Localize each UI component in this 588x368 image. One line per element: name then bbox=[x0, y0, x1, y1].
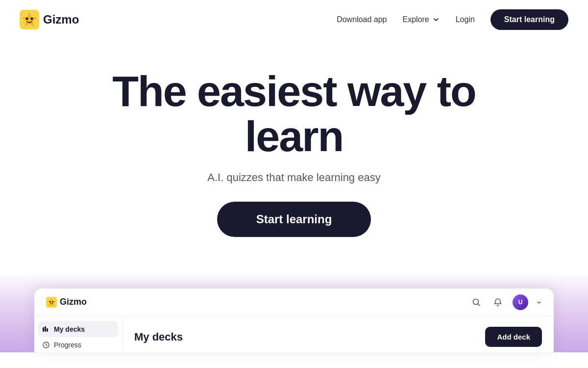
my-decks-icon bbox=[42, 325, 50, 333]
progress-icon bbox=[42, 341, 50, 349]
sidebar-item-my-decks[interactable]: My decks bbox=[38, 321, 118, 337]
start-learning-hero-button[interactable]: Start learning bbox=[217, 202, 371, 237]
app-window-icons: U bbox=[469, 294, 542, 310]
app-main-area: My decks Add deck bbox=[122, 316, 554, 352]
app-window-bar: Gizmo U bbox=[34, 289, 554, 316]
start-learning-nav-button[interactable]: Start learning bbox=[490, 9, 568, 30]
navbar: Gizmo Download app Explore Login Start l… bbox=[0, 0, 588, 39]
my-decks-label: My decks bbox=[54, 325, 85, 333]
add-deck-button[interactable]: Add deck bbox=[485, 327, 542, 347]
app-logo-text: Gizmo bbox=[60, 297, 87, 307]
app-logo-icon bbox=[46, 297, 57, 308]
hero-subtitle: A.I. quizzes that make learning easy bbox=[207, 171, 380, 184]
app-avatar-chevron-icon bbox=[536, 299, 542, 305]
login-link[interactable]: Login bbox=[456, 15, 475, 24]
app-logo: Gizmo bbox=[46, 297, 87, 308]
app-window: Gizmo U bbox=[34, 289, 554, 352]
svg-point-3 bbox=[31, 18, 33, 20]
app-page-title: My decks bbox=[134, 331, 183, 343]
svg-rect-9 bbox=[43, 327, 44, 332]
sidebar-item-progress[interactable]: Progress bbox=[34, 337, 122, 352]
chevron-down-icon bbox=[432, 16, 440, 24]
hero-title: The easiest way to learn bbox=[74, 69, 514, 159]
app-search-icon[interactable] bbox=[469, 295, 483, 309]
svg-point-6 bbox=[49, 301, 51, 302]
explore-link[interactable]: Explore bbox=[402, 15, 440, 24]
progress-label: Progress bbox=[54, 341, 81, 349]
app-sidebar: My decks Progress bbox=[34, 316, 122, 352]
svg-rect-11 bbox=[47, 328, 48, 332]
app-content: My decks Progress My decks Add deck bbox=[34, 316, 554, 352]
logo-link[interactable]: Gizmo bbox=[20, 10, 79, 29]
nav-links: Download app Explore Login Start learnin… bbox=[337, 9, 568, 30]
hero-section: The easiest way to learn A.I. quizzes th… bbox=[0, 39, 588, 257]
logo-text: Gizmo bbox=[43, 13, 79, 26]
svg-point-2 bbox=[26, 18, 28, 20]
svg-rect-10 bbox=[45, 326, 46, 332]
app-bell-icon[interactable] bbox=[491, 295, 505, 309]
download-app-link[interactable]: Download app bbox=[337, 15, 387, 24]
svg-point-7 bbox=[52, 301, 53, 302]
app-preview-wrapper: Gizmo U bbox=[0, 271, 588, 352]
app-user-avatar[interactable]: U bbox=[513, 294, 528, 310]
svg-point-8 bbox=[473, 299, 479, 304]
logo-icon bbox=[20, 10, 39, 29]
